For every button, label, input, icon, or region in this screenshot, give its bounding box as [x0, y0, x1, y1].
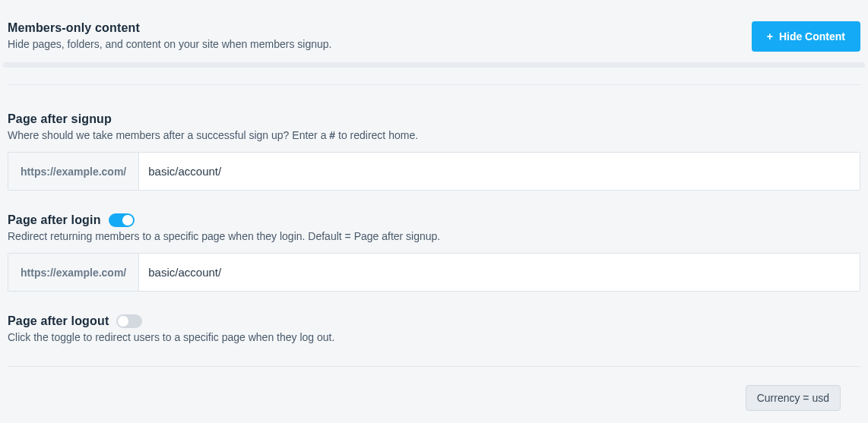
divider	[8, 366, 860, 367]
content-placeholder-bar	[3, 62, 865, 68]
hide-content-button[interactable]: + Hide Content	[752, 21, 860, 52]
login-redirect-toggle[interactable]	[109, 213, 135, 227]
page-after-signup-title: Page after signup	[8, 112, 860, 126]
page-after-logout-title: Page after logout	[8, 314, 109, 328]
login-url-input[interactable]	[139, 254, 860, 291]
members-only-title: Members-only content	[8, 21, 331, 35]
page-after-login-title: Page after login	[8, 213, 101, 227]
signup-url-input[interactable]	[139, 153, 860, 190]
members-only-header: Members-only content Hide pages, folders…	[8, 0, 860, 62]
page-after-login-section: Page after login Redirect returning memb…	[8, 191, 860, 292]
currency-chip[interactable]: Currency = usd	[746, 385, 841, 411]
members-only-desc: Hide pages, folders, and content on your…	[8, 38, 331, 50]
page-after-signup-section: Page after signup Where should we take m…	[8, 85, 860, 191]
login-url-prefix: https://example.com/	[8, 254, 139, 291]
page-after-signup-desc: Where should we take members after a suc…	[8, 129, 860, 141]
signup-url-input-group: https://example.com/	[8, 152, 860, 191]
logout-redirect-toggle[interactable]	[116, 314, 142, 328]
page-after-logout-section: Page after logout Click the toggle to re…	[8, 292, 860, 343]
login-url-input-group: https://example.com/	[8, 253, 860, 292]
page-after-logout-desc: Click the toggle to redirect users to a …	[8, 331, 860, 343]
hide-content-button-label: Hide Content	[779, 30, 845, 43]
page-after-login-desc: Redirect returning members to a specific…	[8, 230, 860, 242]
signup-url-prefix: https://example.com/	[8, 153, 139, 190]
plus-icon: +	[767, 30, 773, 43]
